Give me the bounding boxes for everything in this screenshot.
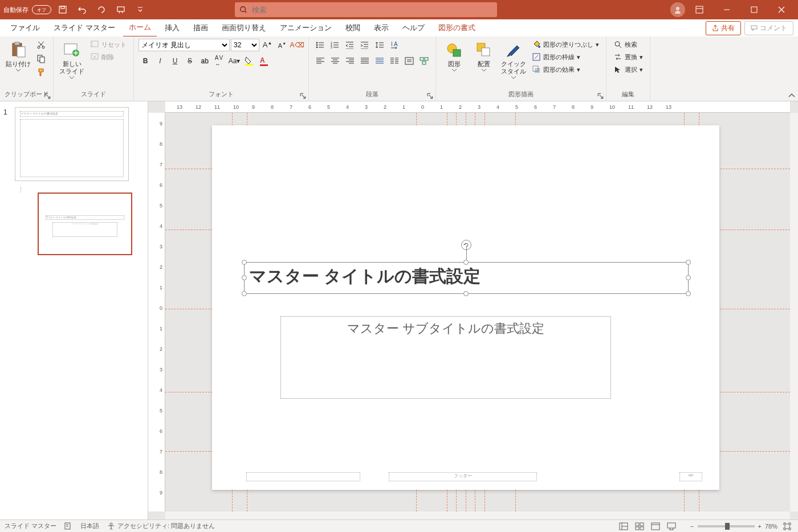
resize-handle[interactable] bbox=[686, 275, 691, 280]
tab-file[interactable]: ファイル bbox=[5, 19, 46, 36]
save-icon[interactable] bbox=[55, 2, 71, 18]
format-painter-icon[interactable] bbox=[34, 66, 48, 79]
quick-styles-button[interactable]: クイック スタイル bbox=[500, 39, 527, 81]
autosave-toggle[interactable]: オフ bbox=[32, 5, 51, 14]
zoom-level[interactable]: 78% bbox=[765, 523, 777, 530]
normal-view-icon[interactable] bbox=[617, 521, 630, 531]
highlight-icon[interactable] bbox=[242, 55, 256, 67]
resize-handle[interactable] bbox=[242, 260, 247, 265]
underline-icon[interactable]: U bbox=[168, 55, 182, 67]
share-button[interactable]: 共有 bbox=[706, 21, 741, 35]
search-input[interactable] bbox=[252, 6, 492, 14]
vertical-scrollbar[interactable] bbox=[790, 113, 798, 511]
align-left-icon[interactable] bbox=[314, 55, 327, 67]
dialog-launcher-icon[interactable] bbox=[44, 93, 51, 100]
font-name-select[interactable]: メイリオ 見出し bbox=[139, 39, 230, 51]
columns-icon[interactable] bbox=[388, 55, 401, 67]
shape-effects-button[interactable]: 図形の効果 ▾ bbox=[530, 64, 601, 75]
title-placeholder[interactable]: マスター タイトルの書式設定 bbox=[244, 262, 689, 294]
text-direction-icon[interactable]: IA bbox=[388, 39, 401, 51]
decrease-font-icon[interactable]: A▼ bbox=[275, 39, 289, 51]
zoom-out-icon[interactable]: − bbox=[690, 523, 694, 530]
dialog-launcher-icon[interactable] bbox=[597, 93, 604, 100]
reading-view-icon[interactable] bbox=[649, 521, 662, 531]
justify-icon[interactable] bbox=[358, 55, 372, 67]
horizontal-ruler[interactable]: 13121110987654321012345678910111213 bbox=[165, 101, 790, 113]
char-spacing-icon[interactable]: AV↔ bbox=[213, 55, 226, 67]
shape-outline-button[interactable]: 図形の枠線 ▾ bbox=[530, 51, 601, 63]
copy-icon[interactable] bbox=[34, 52, 48, 65]
footer-placeholder[interactable]: フッター bbox=[389, 472, 537, 481]
find-button[interactable]: 検索 bbox=[611, 39, 645, 50]
arrange-button[interactable]: 配置 bbox=[470, 39, 498, 74]
tab-shape-format[interactable]: 図形の書式 bbox=[433, 19, 481, 36]
ribbon-display-icon[interactable] bbox=[686, 0, 712, 19]
italic-icon[interactable]: I bbox=[153, 55, 167, 67]
increase-font-icon[interactable]: A▲ bbox=[260, 39, 274, 51]
resize-handle[interactable] bbox=[242, 275, 247, 280]
select-button[interactable]: 選択 ▾ bbox=[611, 64, 645, 75]
resize-handle[interactable] bbox=[686, 291, 691, 296]
undo-icon[interactable] bbox=[74, 2, 90, 18]
fit-window-icon[interactable] bbox=[781, 521, 793, 531]
clear-format-icon[interactable]: A⌫ bbox=[290, 39, 304, 51]
align-center-icon[interactable] bbox=[328, 55, 342, 67]
slide-canvas[interactable]: マスター タイトルの書式設定 マスター サブタイトルの書式設定 フッター ‹#› bbox=[212, 125, 719, 490]
view-mode-label[interactable]: スライド マスター bbox=[5, 522, 56, 530]
increase-indent-icon[interactable] bbox=[358, 39, 372, 51]
paste-button[interactable]: 貼り付け bbox=[5, 39, 32, 74]
comments-button[interactable]: コメント bbox=[744, 21, 793, 35]
strikethrough-icon[interactable]: S bbox=[183, 55, 197, 67]
align-text-icon[interactable] bbox=[402, 55, 416, 67]
resize-handle[interactable] bbox=[463, 260, 469, 265]
search-box[interactable] bbox=[235, 2, 497, 17]
layout-thumbnail[interactable]: マスター タイトルの書式設定 マスター サブタイトルの書式設定 bbox=[38, 193, 132, 255]
date-placeholder[interactable] bbox=[246, 472, 360, 481]
horizontal-scrollbar[interactable] bbox=[165, 511, 790, 519]
title-text[interactable]: マスター タイトルの書式設定 bbox=[245, 263, 688, 290]
tab-review[interactable]: 校閲 bbox=[340, 19, 366, 36]
decrease-indent-icon[interactable] bbox=[343, 39, 357, 51]
redo-icon[interactable] bbox=[93, 2, 109, 18]
master-thumbnail[interactable]: マスター タイトルの書式設定 bbox=[15, 107, 129, 181]
new-slide-button[interactable]: 新しい スライド bbox=[58, 39, 85, 81]
shapes-button[interactable]: 図形 bbox=[441, 39, 468, 74]
tab-slide-master[interactable]: スライド マスター bbox=[48, 19, 121, 36]
accessibility-button[interactable]: アクセシビリティ: 問題ありません bbox=[107, 522, 215, 530]
tab-transitions[interactable]: 画面切り替え bbox=[216, 19, 272, 36]
zoom-thumb[interactable] bbox=[725, 523, 730, 530]
resize-handle[interactable] bbox=[463, 291, 469, 296]
shadow-icon[interactable]: ab bbox=[198, 55, 211, 67]
bullets-icon[interactable] bbox=[314, 39, 327, 51]
spellcheck-icon[interactable] bbox=[64, 522, 72, 531]
tab-animations[interactable]: アニメーション bbox=[274, 19, 337, 36]
dialog-launcher-icon[interactable] bbox=[427, 93, 434, 100]
font-size-select[interactable]: 32 bbox=[231, 39, 259, 51]
align-right-icon[interactable] bbox=[343, 55, 357, 67]
line-spacing-icon[interactable] bbox=[373, 39, 386, 51]
smartart-icon[interactable] bbox=[417, 55, 431, 67]
replace-button[interactable]: 置換 ▾ bbox=[611, 51, 645, 63]
language-label[interactable]: 日本語 bbox=[80, 522, 99, 530]
resize-handle[interactable] bbox=[686, 260, 691, 265]
zoom-in-icon[interactable]: + bbox=[758, 523, 762, 530]
qat-dropdown-icon[interactable] bbox=[132, 2, 148, 18]
close-icon[interactable] bbox=[768, 0, 795, 19]
dialog-launcher-icon[interactable] bbox=[300, 93, 307, 100]
tab-view[interactable]: 表示 bbox=[368, 19, 394, 36]
subtitle-placeholder[interactable]: マスター サブタイトルの書式設定 bbox=[280, 316, 611, 399]
tab-draw[interactable]: 描画 bbox=[188, 19, 214, 36]
presentation-icon[interactable] bbox=[113, 2, 129, 18]
font-color-icon[interactable]: A bbox=[257, 55, 271, 67]
change-case-icon[interactable]: Aa▾ bbox=[227, 55, 241, 67]
collapse-ribbon-icon[interactable] bbox=[788, 92, 796, 100]
tab-help[interactable]: ヘルプ bbox=[397, 19, 430, 36]
distribute-icon[interactable] bbox=[373, 55, 386, 67]
zoom-slider[interactable] bbox=[698, 525, 755, 527]
numbering-icon[interactable]: 123 bbox=[328, 39, 342, 51]
slideshow-icon[interactable] bbox=[665, 521, 678, 531]
shape-fill-button[interactable]: 図形の塗りつぶし ▾ bbox=[530, 39, 601, 50]
minimize-icon[interactable] bbox=[714, 0, 740, 19]
cut-icon[interactable] bbox=[34, 39, 48, 51]
vertical-ruler[interactable]: 9876543210123456789 bbox=[148, 113, 165, 511]
